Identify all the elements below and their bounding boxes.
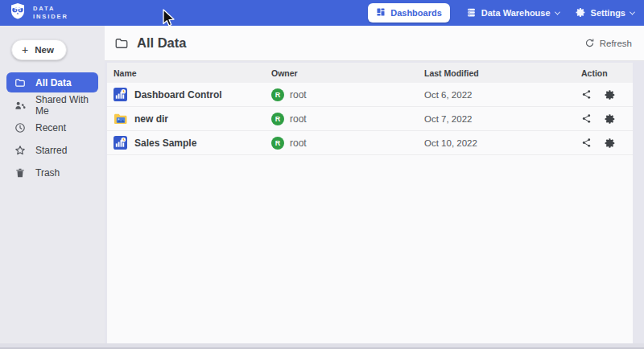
nav-settings[interactable]: Settings bbox=[576, 7, 634, 19]
refresh-icon bbox=[584, 38, 595, 48]
nav-settings-label: Settings bbox=[591, 8, 625, 18]
sidebar-item-label: Shared With Me bbox=[35, 94, 90, 117]
table-header-row: Name Owner Last Modified Action bbox=[107, 63, 633, 83]
column-header-last-modified: Last Modified bbox=[418, 68, 575, 78]
owner-avatar: R bbox=[271, 88, 284, 101]
gear-icon bbox=[605, 138, 616, 149]
owner-avatar: R bbox=[271, 137, 284, 150]
owner-avatar: R bbox=[271, 113, 284, 125]
column-header-action: Action bbox=[575, 68, 633, 78]
settings-button[interactable] bbox=[605, 113, 616, 125]
nav-dashboards-button[interactable]: Dashboards bbox=[368, 3, 450, 23]
last-modified: Oct 7, 2022 bbox=[418, 114, 575, 124]
owner-name: root bbox=[290, 113, 307, 125]
last-modified: Oct 10, 2022 bbox=[418, 138, 575, 148]
owl-icon bbox=[8, 2, 27, 24]
sidebar-item-all-data[interactable]: All Data bbox=[6, 72, 98, 92]
gear-icon bbox=[576, 7, 586, 19]
app-window: DATA INSIDER Dashboards bbox=[0, 0, 644, 349]
page-title: All Data bbox=[137, 35, 186, 51]
table-row[interactable]: Dashboard Control R root Oct 6, 2022 bbox=[107, 83, 633, 107]
star-icon bbox=[14, 145, 26, 156]
shared-people-icon bbox=[14, 100, 26, 111]
dashboard-grid-icon bbox=[376, 7, 386, 18]
share-button[interactable] bbox=[581, 138, 592, 148]
window-bottom-edge bbox=[0, 343, 644, 349]
share-button[interactable] bbox=[581, 89, 592, 100]
share-icon bbox=[581, 113, 592, 124]
sidebar-item-recent[interactable]: Recent bbox=[6, 117, 98, 138]
brand-name: DATA INSIDER bbox=[33, 5, 68, 21]
sidebar-item-label: Starred bbox=[35, 145, 67, 156]
owner-name: root bbox=[290, 138, 307, 149]
column-header-name: Name bbox=[107, 68, 265, 78]
refresh-button[interactable]: Refresh bbox=[584, 38, 632, 48]
sidebar-item-label: All Data bbox=[35, 77, 72, 88]
file-name: new dir bbox=[134, 113, 168, 125]
table-row[interactable]: new dir R root Oct 7, 2022 bbox=[107, 107, 633, 131]
folder-icon bbox=[14, 77, 26, 88]
folder-icon bbox=[114, 36, 129, 51]
new-button[interactable]: + New bbox=[11, 39, 67, 60]
chevron-down-icon bbox=[555, 9, 560, 14]
owner-name: root bbox=[290, 89, 307, 101]
plus-icon: + bbox=[22, 46, 28, 54]
share-button[interactable] bbox=[581, 113, 592, 124]
last-modified: Oct 6, 2022 bbox=[418, 90, 575, 100]
database-icon bbox=[466, 7, 477, 19]
file-name: Sales Sample bbox=[134, 138, 196, 149]
new-button-label: New bbox=[35, 45, 54, 55]
nav-data-warehouse[interactable]: Data Warehouse bbox=[466, 7, 559, 19]
gear-icon bbox=[605, 89, 616, 101]
sidebar: + New All Data Shared With Me bbox=[0, 26, 105, 343]
brand-logo: DATA INSIDER bbox=[8, 2, 68, 24]
sidebar-item-starred[interactable]: Starred bbox=[6, 140, 98, 160]
dashboard-chart-icon bbox=[114, 136, 127, 150]
gear-icon bbox=[605, 113, 616, 125]
sidebar-item-label: Trash bbox=[35, 167, 60, 179]
clock-icon bbox=[14, 122, 26, 133]
sidebar-item-shared-with-me[interactable]: Shared With Me bbox=[6, 95, 98, 115]
dashboard-chart-icon bbox=[114, 88, 127, 101]
content-header: All Data Refresh bbox=[105, 26, 644, 61]
trash-icon bbox=[14, 167, 26, 179]
file-name: Dashboard Control bbox=[134, 89, 222, 101]
table-row[interactable]: Sales Sample R root Oct 10, 2022 bbox=[107, 131, 633, 155]
top-nav: Dashboards Data Warehouse bbox=[368, 3, 634, 23]
sidebar-item-label: Recent bbox=[35, 122, 66, 133]
nav-dashboards-label: Dashboards bbox=[390, 8, 442, 18]
share-icon bbox=[581, 89, 592, 100]
chevron-down-icon bbox=[630, 9, 635, 14]
top-bar: DATA INSIDER Dashboards bbox=[0, 0, 644, 26]
share-icon bbox=[581, 138, 592, 148]
column-header-owner: Owner bbox=[265, 68, 418, 78]
file-table: Name Owner Last Modified Action bbox=[107, 63, 633, 343]
sidebar-item-trash[interactable]: Trash bbox=[6, 162, 98, 183]
settings-button[interactable] bbox=[605, 138, 616, 149]
refresh-label: Refresh bbox=[600, 39, 632, 48]
folder-image-icon bbox=[114, 112, 127, 125]
nav-data-warehouse-label: Data Warehouse bbox=[481, 8, 551, 18]
settings-button[interactable] bbox=[605, 89, 616, 101]
